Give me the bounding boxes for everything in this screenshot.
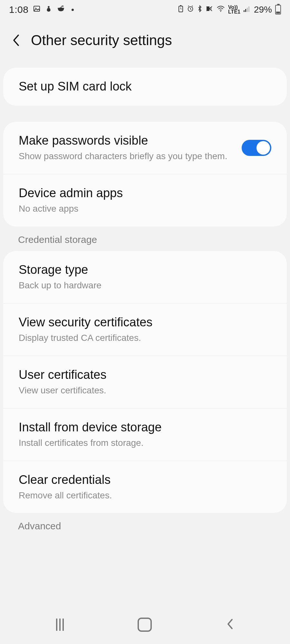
status-bar: 1:08 bbox=[0, 0, 290, 19]
status-time: 1:08 bbox=[9, 4, 28, 15]
signal-icon bbox=[244, 5, 251, 14]
row-title: Install from device storage bbox=[19, 420, 271, 435]
row-title: View security certificates bbox=[19, 315, 271, 330]
row-title: Set up SIM card lock bbox=[19, 79, 271, 94]
row-subtitle: Install certificates from storage. bbox=[19, 437, 271, 449]
svg-point-5 bbox=[63, 8, 64, 9]
row-subtitle: Display trusted CA certificates. bbox=[19, 332, 271, 344]
picture-icon bbox=[33, 5, 41, 14]
row-clear-credentials[interactable]: Clear credentials Remove all certificate… bbox=[3, 461, 287, 513]
svg-point-4 bbox=[58, 8, 59, 9]
volte-icon: Vo))LTE1 bbox=[228, 5, 240, 14]
row-subtitle: Back up to hardware bbox=[19, 280, 271, 291]
bluetooth-icon bbox=[197, 5, 202, 14]
svg-rect-13 bbox=[248, 6, 249, 12]
vibrate-icon bbox=[206, 5, 213, 14]
status-right: Vo))LTE1 29% bbox=[178, 5, 281, 15]
navigation-bar bbox=[0, 609, 290, 641]
page-header: Other security settings bbox=[0, 19, 290, 68]
row-title: Device admin apps bbox=[19, 186, 271, 201]
alarm-icon bbox=[187, 5, 194, 14]
row-title: Make passwords visible bbox=[19, 133, 235, 148]
row-title: Storage type bbox=[19, 263, 271, 277]
nav-home-button[interactable] bbox=[138, 618, 152, 632]
row-subtitle: No active apps bbox=[19, 203, 271, 215]
svg-point-9 bbox=[220, 11, 221, 12]
nav-recents-button[interactable] bbox=[56, 619, 64, 631]
app-icon bbox=[45, 5, 52, 14]
row-install-from-device-storage[interactable]: Install from device storage Install cert… bbox=[3, 408, 287, 461]
page-title: Other security settings bbox=[31, 32, 172, 48]
battery-icon bbox=[275, 5, 281, 14]
row-title: User certificates bbox=[19, 368, 271, 382]
row-subtitle: Show password characters briefly as you … bbox=[19, 150, 235, 162]
svg-rect-11 bbox=[245, 9, 246, 12]
toggle-knob bbox=[256, 141, 270, 155]
row-view-security-certificates[interactable]: View security certificates Display trust… bbox=[3, 303, 287, 356]
reddit-icon bbox=[57, 5, 65, 14]
power-saving-icon bbox=[178, 5, 184, 14]
more-notifications-icon bbox=[72, 9, 74, 11]
svg-point-3 bbox=[58, 7, 64, 11]
status-left: 1:08 bbox=[9, 4, 74, 15]
row-subtitle: View user certificates. bbox=[19, 385, 271, 396]
svg-rect-12 bbox=[247, 8, 248, 12]
nav-back-button[interactable] bbox=[226, 618, 234, 632]
row-user-certificates[interactable]: User certificates View user certificates… bbox=[3, 356, 287, 408]
group-sim: Set up SIM card lock bbox=[3, 68, 287, 106]
row-title: Clear credentials bbox=[19, 473, 271, 487]
svg-rect-10 bbox=[244, 10, 245, 12]
group-credential-storage: Storage type Back up to hardware View se… bbox=[3, 251, 287, 513]
passwords-visible-toggle[interactable] bbox=[242, 140, 271, 156]
section-credential-storage: Credential storage bbox=[0, 234, 290, 251]
row-sim-card-lock[interactable]: Set up SIM card lock bbox=[3, 68, 287, 106]
row-subtitle: Remove all certificates. bbox=[19, 490, 271, 501]
row-make-passwords-visible[interactable]: Make passwords visible Show password cha… bbox=[3, 122, 287, 174]
back-button[interactable] bbox=[9, 33, 23, 47]
battery-percent: 29% bbox=[254, 5, 272, 15]
row-storage-type[interactable]: Storage type Back up to hardware bbox=[3, 251, 287, 303]
wifi-icon bbox=[217, 5, 225, 14]
row-device-admin-apps[interactable]: Device admin apps No active apps bbox=[3, 174, 287, 226]
section-advanced: Advanced bbox=[0, 521, 290, 537]
group-security-options: Make passwords visible Show password cha… bbox=[3, 122, 287, 226]
svg-point-2 bbox=[48, 6, 50, 8]
